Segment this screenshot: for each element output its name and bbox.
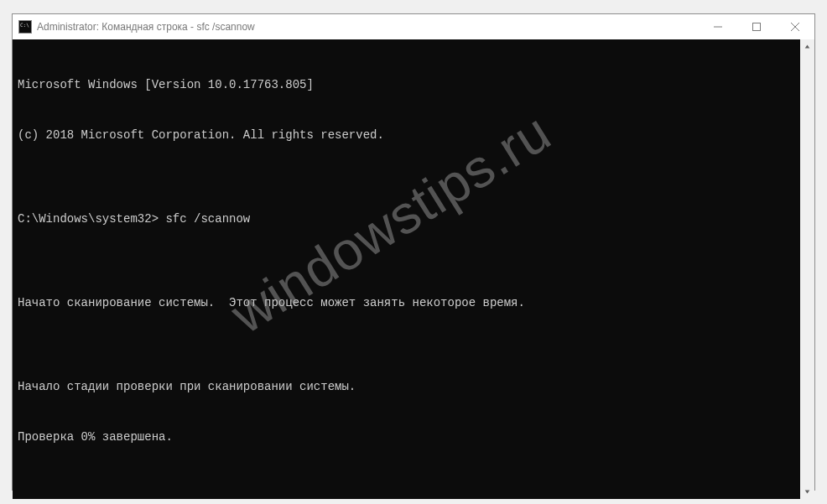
maximize-icon [752, 23, 761, 31]
terminal-line: Начало стадии проверки при сканировании … [18, 378, 795, 395]
minimize-icon [714, 23, 722, 31]
titlebar[interactable]: Administrator: Командная строка - sfc /s… [13, 14, 814, 39]
cmd-icon [18, 20, 32, 34]
vertical-scrollbar[interactable] [800, 39, 814, 499]
minimize-button[interactable] [699, 14, 737, 39]
terminal-line: (c) 2018 Microsoft Corporation. All righ… [18, 127, 795, 143]
scroll-down-button[interactable] [800, 485, 814, 499]
window-controls [699, 14, 814, 39]
cmd-window: Administrator: Командная строка - sfc /s… [12, 13, 815, 491]
close-icon [791, 23, 799, 31]
close-button[interactable] [776, 14, 814, 39]
chevron-up-icon [804, 44, 810, 49]
terminal-line: C:\Windows\system32> sfc /scannow [18, 210, 795, 227]
svg-marker-4 [805, 44, 810, 48]
terminal-line: Microsoft Windows [Version 10.0.17763.80… [18, 76, 795, 93]
svg-rect-1 [753, 23, 761, 31]
maximize-button[interactable] [737, 14, 776, 39]
svg-marker-5 [805, 490, 810, 493]
scroll-up-button[interactable] [800, 39, 814, 54]
terminal-line: Начато сканирование системы. Этот процес… [18, 294, 795, 311]
window-title: Administrator: Командная строка - sfc /s… [37, 21, 255, 33]
chevron-down-icon [804, 489, 810, 495]
terminal-line: Проверка 0% завершена. [18, 429, 795, 445]
terminal-output[interactable]: Microsoft Windows [Version 10.0.17763.80… [13, 39, 800, 499]
terminal-area: Microsoft Windows [Version 10.0.17763.80… [13, 39, 814, 499]
